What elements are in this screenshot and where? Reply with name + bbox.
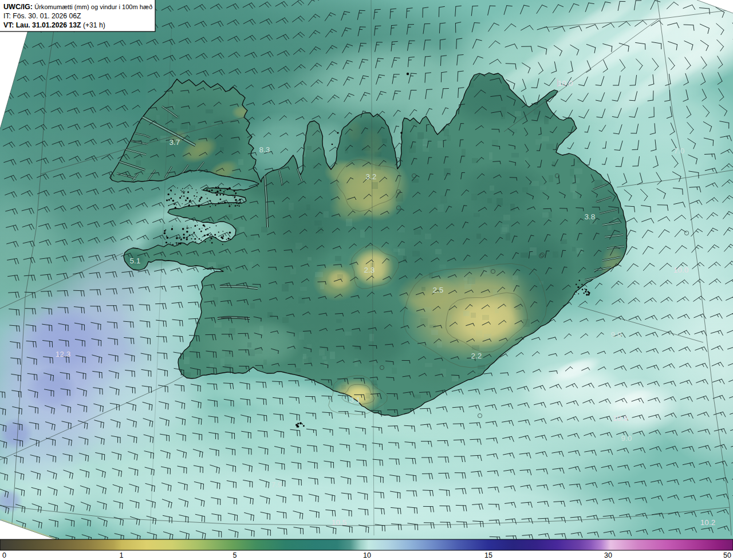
svg-text:12.3: 12.3 [56,350,70,358]
svg-text:10: 10 [363,551,371,559]
svg-text:30: 30 [604,551,612,559]
svg-text:5: 5 [233,551,237,559]
svg-text:10.0: 10.0 [558,79,573,88]
svg-text:8.3: 8.3 [259,145,270,154]
svg-text:2.3: 2.3 [364,266,375,274]
svg-text:IT: Fös. 30. 01. 2026 06Z: IT: Fös. 30. 01. 2026 06Z [3,12,81,20]
svg-text:10.0: 10.0 [673,266,688,274]
svg-text:UWC/IG: Úrkomumætti (mm) og vi: UWC/IG: Úrkomumætti (mm) og vindur i 100… [3,3,152,11]
svg-text:9.0: 9.0 [621,434,632,443]
svg-text:10.6: 10.6 [613,414,628,423]
svg-text:9.9: 9.9 [611,330,622,339]
svg-text:VT: Lau. 31.01.2026 13Z (+31 h: VT: Lau. 31.01.2026 13Z (+31 h) [3,21,105,29]
svg-text:7.9: 7.9 [271,480,282,489]
svg-text:2.2: 2.2 [471,352,482,360]
svg-text:3.8: 3.8 [585,212,596,221]
svg-text:0: 0 [2,551,6,559]
svg-text:1: 1 [120,551,124,559]
svg-text:10.2: 10.2 [700,518,715,527]
svg-text:7.0: 7.0 [674,147,685,155]
svg-text:3.1: 3.1 [350,396,361,404]
svg-text:2.5: 2.5 [433,286,444,294]
svg-text:5.1: 5.1 [130,257,141,265]
svg-text:3.7: 3.7 [170,138,180,147]
svg-text:10.5: 10.5 [332,518,346,527]
svg-text:3.2: 3.2 [366,172,377,181]
svg-text:50: 50 [723,551,731,559]
svg-text:15: 15 [484,551,492,559]
